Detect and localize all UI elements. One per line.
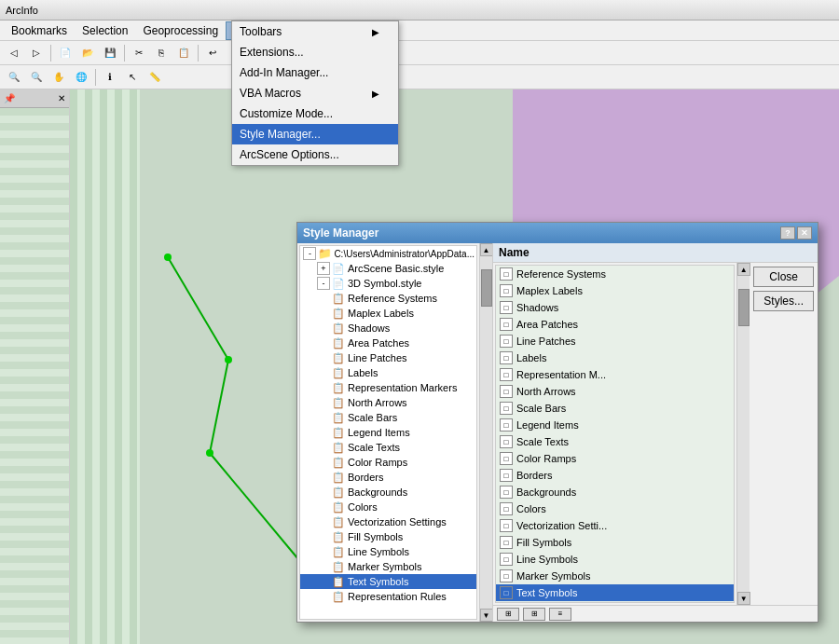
footer-btn-2[interactable]: ⊞ xyxy=(523,608,545,621)
list-item-rep-r[interactable]: □ Representation R... xyxy=(496,601,734,603)
list-item-line-patches[interactable]: □ Line Patches xyxy=(496,333,734,349)
menu-item-extensions[interactable]: Extensions... xyxy=(232,42,398,62)
tb2-identify[interactable]: ℹ xyxy=(100,68,120,87)
tb2-select[interactable]: ↖ xyxy=(122,68,143,87)
menu-item-toolbars[interactable]: Toolbars ▶ xyxy=(232,21,398,42)
list-scroll-up[interactable]: ▲ xyxy=(737,263,750,276)
list-item-maplex[interactable]: □ Maplex Labels xyxy=(496,282,734,299)
list-item-legend-items[interactable]: □ Legend Items xyxy=(496,417,734,433)
list-item-north-arrows[interactable]: □ North Arrows xyxy=(496,383,734,400)
tree-item-colors[interactable]: 📋 Colors xyxy=(300,500,476,514)
tree-item-maplex[interactable]: 📋 Maplex Labels xyxy=(300,306,476,321)
close-button[interactable]: Close xyxy=(753,267,814,287)
dialog-tree-panel: - 📁 C:\Users\Administrator\AppData... + … xyxy=(297,243,493,622)
tree-item-fill-symbols[interactable]: 📋 Fill Symbols xyxy=(300,529,476,544)
list-view[interactable]: □ Reference Systems □ Maplex Labels □ Sh… xyxy=(495,265,735,603)
list-item-text-symbols[interactable]: □ Text Symbols xyxy=(496,584,734,601)
list-item-marker-symbols[interactable]: □ Marker Symbols xyxy=(496,568,734,584)
list-item-fill-symbols[interactable]: □ Fill Symbols xyxy=(496,534,734,551)
dialog-help-btn[interactable]: ? xyxy=(780,226,795,240)
tree-item-shadows[interactable]: 📋 Shadows xyxy=(300,321,476,336)
list-scroll-down[interactable]: ▼ xyxy=(737,592,750,605)
tree-item-color-ramps[interactable]: 📋 Color Ramps xyxy=(300,455,476,470)
tb2-globe[interactable]: 🌐 xyxy=(71,68,91,87)
footer-btn-3[interactable]: ≡ xyxy=(549,608,571,621)
tree-expand-root[interactable]: - xyxy=(303,247,316,260)
list-item-shadows[interactable]: □ Shadows xyxy=(496,299,734,316)
styles-button[interactable]: Styles... xyxy=(753,291,814,311)
tree-scroll-thumb[interactable] xyxy=(481,269,492,307)
list-scroll-thumb[interactable] xyxy=(738,289,750,326)
tree-expand-arcscene-basic[interactable]: + xyxy=(317,262,330,275)
list-item-rep-m[interactable]: □ Representation M... xyxy=(496,366,734,383)
leaf-icon-shadows: 📋 xyxy=(332,322,345,335)
menu-item-vba[interactable]: VBA Macros ▶ xyxy=(232,83,398,103)
tb2-zoom-out[interactable]: 🔍 xyxy=(26,68,47,87)
tree-view[interactable]: - 📁 C:\Users\Administrator\AppData... + … xyxy=(299,245,477,620)
tb-cut[interactable]: ✂ xyxy=(129,44,149,62)
tree-item-scale-texts[interactable]: 📋 Scale Texts xyxy=(300,440,476,455)
tree-item-rep-markers[interactable]: 📋 Representation Markers xyxy=(300,380,476,395)
tree-item-line-symbols[interactable]: 📋 Line Symbols xyxy=(300,544,476,559)
tb2-zoom-in[interactable]: 🔍 xyxy=(4,68,24,87)
list-scrollbar[interactable]: ▲ ▼ xyxy=(736,263,750,605)
tb2-pan[interactable]: ✋ xyxy=(48,68,69,87)
menu-bookmarks[interactable]: Bookmarks xyxy=(4,22,75,39)
panel-close[interactable]: ✕ xyxy=(58,93,65,103)
list-item-vect-setti[interactable]: □ Vectorization Setti... xyxy=(496,517,734,534)
tb-open[interactable]: 📂 xyxy=(77,44,98,62)
tree-item-north-arrows[interactable]: 📋 North Arrows xyxy=(300,395,476,410)
list-item-ref-sys[interactable]: □ Reference Systems xyxy=(496,266,734,282)
tree-item-3d-symbol[interactable]: - 📄 3D Symbol.style xyxy=(300,276,476,291)
tb-forward[interactable]: ▷ xyxy=(26,44,47,62)
tree-item-vect-settings[interactable]: 📋 Vectorization Settings xyxy=(300,514,476,529)
list-item-color-ramps[interactable]: □ Color Ramps xyxy=(496,450,734,467)
tree-scroll-down[interactable]: ▼ xyxy=(480,609,493,622)
menu-item-customize-mode[interactable]: Customize Mode... xyxy=(232,103,398,124)
list-item-scale-texts[interactable]: □ Scale Texts xyxy=(496,433,734,450)
list-item-labels[interactable]: □ Labels xyxy=(496,349,734,366)
tree-scrollbar[interactable]: ▲ ▼ xyxy=(479,243,492,622)
tree-item-ref-sys[interactable]: 📋 Reference Systems xyxy=(300,291,476,306)
list-icon-colors: □ xyxy=(500,502,513,515)
list-item-borders[interactable]: □ Borders xyxy=(496,467,734,484)
tb-copy[interactable]: ⎘ xyxy=(151,44,172,62)
menu-item-addin[interactable]: Add-In Manager... xyxy=(232,62,398,83)
list-label-text-symbols: Text Symbols xyxy=(516,587,577,598)
tree-item-root[interactable]: - 📁 C:\Users\Administrator\AppData... xyxy=(300,246,476,261)
tb-new[interactable]: 📄 xyxy=(55,44,76,62)
tb-undo[interactable]: ↩ xyxy=(202,44,223,62)
tree-item-scale-bars[interactable]: 📋 Scale Bars xyxy=(300,410,476,425)
tree-item-borders[interactable]: 📋 Borders xyxy=(300,470,476,485)
tree-item-text-symbols[interactable]: 📋 Text Symbols xyxy=(300,574,476,589)
list-item-scale-bars[interactable]: □ Scale Bars xyxy=(496,400,734,417)
list-item-backgrounds[interactable]: □ Backgrounds xyxy=(496,484,734,500)
tb-back[interactable]: ◁ xyxy=(4,44,24,62)
tree-expand-3d-symbol[interactable]: - xyxy=(317,277,330,290)
tree-item-marker-symbols[interactable]: 📋 Marker Symbols xyxy=(300,559,476,574)
tree-item-arcscene-basic[interactable]: + 📄 ArcScene Basic.style xyxy=(300,261,476,276)
tb-paste[interactable]: 📋 xyxy=(173,44,194,62)
dialog-close-btn[interactable]: ✕ xyxy=(797,226,812,240)
tree-item-line-patches[interactable]: 📋 Line Patches xyxy=(300,350,476,365)
list-item-line-symbols[interactable]: □ Line Symbols xyxy=(496,551,734,568)
list-item-colors[interactable]: □ Colors xyxy=(496,500,734,517)
menu-selection[interactable]: Selection xyxy=(75,22,135,39)
panel-pin[interactable]: 📌 xyxy=(4,93,15,103)
menu-geoprocessing[interactable]: Geoprocessing xyxy=(135,22,226,39)
tree-scroll-up[interactable]: ▲ xyxy=(480,243,493,256)
tree-item-legend-items[interactable]: 📋 Legend Items xyxy=(300,425,476,440)
list-label-fill-symbols: Fill Symbols xyxy=(516,537,571,548)
tb-save[interactable]: 💾 xyxy=(100,44,120,62)
tree-item-rep-rules[interactable]: 📋 Representation Rules xyxy=(300,589,476,604)
tree-item-area-patches[interactable]: 📋 Area Patches xyxy=(300,336,476,350)
tree-item-backgrounds[interactable]: 📋 Backgrounds xyxy=(300,485,476,500)
tb-sep-3 xyxy=(198,45,199,62)
list-item-area-patches[interactable]: □ Area Patches xyxy=(496,316,734,333)
tb2-measure[interactable]: 📏 xyxy=(144,68,165,87)
menu-item-style-manager[interactable]: Style Manager... xyxy=(232,124,398,144)
list-label-line-patches: Line Patches xyxy=(516,336,576,347)
menu-item-arcscene-options[interactable]: ArcScene Options... xyxy=(232,144,398,165)
tree-item-labels[interactable]: 📋 Labels xyxy=(300,365,476,380)
footer-btn-1[interactable]: ⊞ xyxy=(497,608,519,621)
